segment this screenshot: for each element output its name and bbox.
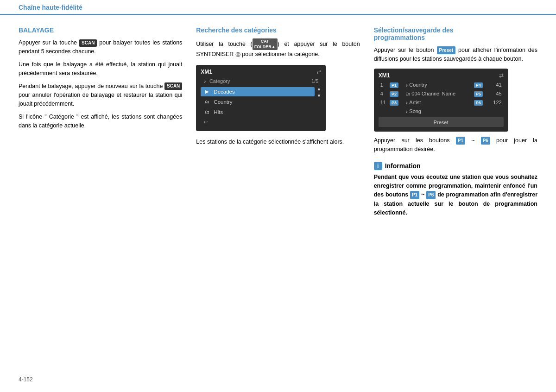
balayage-para4: Si l'icône " Catégorie " est affiché, le…: [19, 113, 182, 131]
preset-table: 1 P1 ♪Country P4 41 4 P2 🗂004 Channel N: [379, 81, 504, 115]
balayage-para1: Appuyer sur la touche SCAN pour balayer …: [19, 38, 182, 57]
preset-num-122: 122: [488, 98, 504, 107]
main-content: BALAYAGE Appuyer sur la touche SCAN pour…: [0, 15, 556, 227]
preset-p5-badge[interactable]: P5: [474, 91, 483, 97]
preset-p-empty: [388, 107, 404, 115]
categories-text: Utiliser la touche (CATFOLDER▲) et appuy…: [196, 38, 360, 59]
scan-badge-1: SCAN: [79, 39, 97, 47]
info-title-label: Information: [385, 162, 421, 170]
programmations-title: Sélection/sauvegarde des programmations: [374, 26, 537, 41]
preset-num-11: 11: [379, 98, 388, 107]
xm-scroll: ▲ ▼: [316, 86, 321, 98]
xm-row-country[interactable]: 🗂 Country: [201, 97, 315, 107]
header-title: Chaîne haute-fidélité: [19, 4, 82, 11]
xm-folder-icon-1: 🗂: [203, 99, 211, 105]
categories-text-after: Les stations de la catégorie sélectionné…: [196, 138, 360, 146]
col-categories: Recherche des catégories Utiliser la tou…: [196, 26, 360, 217]
preset-country-cell: ♪Country: [404, 81, 472, 89]
preset-num-1: 1: [379, 81, 388, 89]
preset-badge: Preset: [437, 46, 456, 55]
preset-song-cell: ♪Song: [404, 107, 472, 115]
col-programmations: Sélection/sauvegarde des programmations …: [374, 26, 537, 217]
xm-play-icon: ▶: [203, 89, 211, 95]
xm-hits-label: Hits: [214, 109, 223, 115]
preset-channel-cell: 🗂004 Channel Name: [404, 89, 472, 98]
p6-badge-info: P6: [426, 191, 436, 199]
programmations-text-buttons: Appuyer sur les boutons P1 ~ P6 pour jou…: [374, 136, 537, 154]
xm-country-label: Country: [214, 99, 232, 105]
preset-footer-label: Preset: [434, 120, 449, 125]
preset-p3-cell: P3: [388, 98, 404, 107]
table-row: 4 P2 🗂004 Channel Name P5 45: [379, 89, 504, 98]
programmations-title-line2: programmations: [374, 34, 425, 41]
xm-category-count: 1/5: [311, 78, 318, 84]
xm-row-decades[interactable]: ▶ Decades: [201, 87, 315, 96]
table-row: ♪Song: [379, 107, 504, 115]
xm-rows-container: ▶ Decades 🗂 Country 🗂 Hits: [201, 86, 321, 126]
preset-footer[interactable]: Preset: [379, 117, 504, 127]
preset-p1-cell: P1: [388, 81, 404, 89]
preset-num-4: 4: [379, 89, 388, 98]
table-row: 11 P3 ♪Artist P6 122: [379, 98, 504, 107]
preset-artist-cell: ♪Artist: [404, 98, 472, 107]
p1-badge-text: P1: [456, 137, 465, 145]
xm-header-2: XM1 ⇄: [379, 72, 504, 79]
categories-title: Recherche des catégories: [196, 26, 360, 34]
page-number: 4-152: [19, 376, 33, 383]
balayage-para3: Pendant le balayage, appuyer de nouveau …: [19, 82, 182, 109]
xm-title-1: XM1: [201, 69, 212, 75]
preset-note-icon: ♪: [405, 109, 408, 114]
xm-decades-label: Decades: [214, 89, 234, 95]
cat-folder-badge: CATFOLDER▲: [253, 38, 278, 50]
xm-antenna-2: ⇄: [499, 72, 504, 79]
xm-category-label: ♪ Category: [203, 78, 230, 84]
preset-p-empty2: [472, 107, 488, 115]
info-title-row: i Information: [374, 162, 537, 170]
preset-person-icon: ♪: [405, 100, 408, 105]
xm-screen-preset: XM1 ⇄ 1 P1 ♪Country P4 41: [374, 69, 508, 132]
preset-p3-badge[interactable]: P3: [390, 100, 398, 106]
preset-num-45: 45: [488, 89, 504, 98]
xm-rows: ▶ Decades 🗂 Country 🗂 Hits: [201, 86, 315, 126]
preset-p1-badge[interactable]: P1: [390, 82, 398, 88]
preset-music-icon-1: ♪: [405, 82, 408, 88]
xm-header: XM1 ⇄: [201, 69, 321, 75]
preset-num-empty2: [488, 107, 504, 115]
programmations-text1: Appuyer sur le bouton Preset pour affich…: [374, 46, 537, 64]
xm-screen-categories: XM1 ⇄ ♪ Category 1/5 ▶ Decades: [196, 65, 326, 131]
preset-p4-cell: P4: [472, 81, 488, 89]
xm-antenna-1: ⇄: [316, 69, 321, 75]
balayage-title: BALAYAGE: [19, 26, 182, 34]
preset-p5-cell: P5: [472, 89, 488, 98]
col-balayage: BALAYAGE Appuyer sur la touche SCAN pour…: [19, 26, 182, 217]
info-box: i Information Pendant que vous écoutez u…: [374, 162, 537, 218]
scan-badge-2: SCAN: [164, 82, 182, 90]
preset-num-41: 41: [488, 81, 504, 89]
p6-badge-text: P6: [481, 137, 490, 145]
xm-category-label-row: ♪ Category 1/5: [201, 77, 321, 85]
info-text: Pendant que vous écoutez une station que…: [374, 173, 537, 218]
balayage-para2: Une fois que le balayage a été effectué,…: [19, 60, 182, 78]
preset-num-empty: [379, 107, 388, 115]
xm-title-2: XM1: [379, 72, 390, 79]
page-header: Chaîne haute-fidélité: [0, 0, 556, 15]
preset-p2-badge[interactable]: P2: [390, 91, 398, 97]
page-footer: 4-152: [19, 376, 33, 383]
preset-p6-cell: P6: [472, 98, 488, 107]
preset-p4-badge[interactable]: P4: [474, 82, 483, 88]
xm-row-hits[interactable]: 🗂 Hits: [201, 107, 315, 117]
info-icon: i: [374, 162, 382, 170]
xm-scroll-up[interactable]: ▲: [316, 86, 321, 91]
p1-badge-info: P1: [410, 191, 419, 199]
preset-folder-icon: 🗂: [405, 91, 410, 96]
xm-back-icon: ↩: [203, 119, 208, 125]
xm-back-row[interactable]: ↩: [201, 118, 315, 126]
table-row: 1 P1 ♪Country P4 41: [379, 81, 504, 89]
programmations-title-line1: Sélection/sauvegarde des: [374, 26, 454, 34]
xm-folder-icon-2: 🗂: [203, 109, 211, 115]
xm-scroll-down[interactable]: ▼: [316, 93, 321, 98]
preset-p6-badge[interactable]: P6: [474, 100, 483, 106]
preset-p2-cell: P2: [388, 89, 404, 98]
